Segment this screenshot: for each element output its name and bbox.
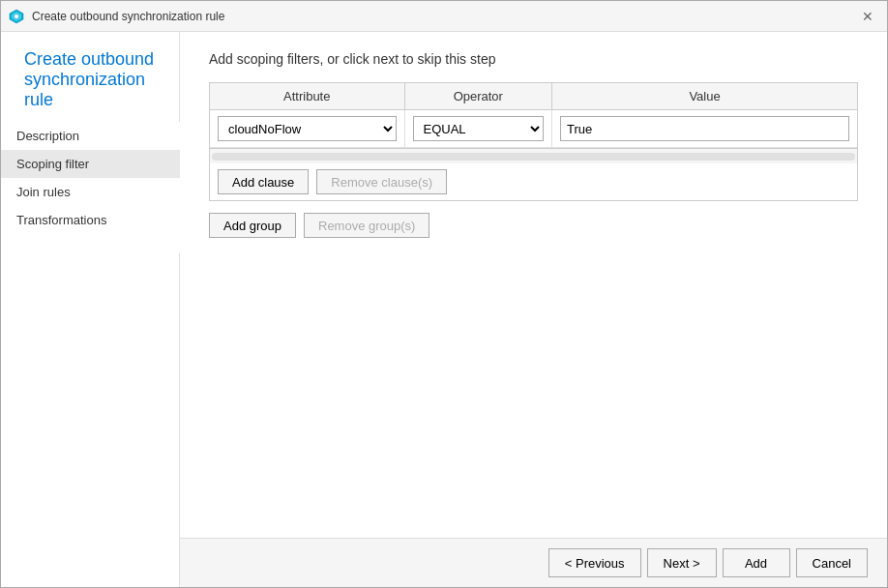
- remove-clause-button[interactable]: Remove clause(s): [316, 169, 447, 194]
- table-row: cloudNoFlow EQUAL: [210, 110, 857, 148]
- operator-select[interactable]: EQUAL: [413, 116, 545, 141]
- next-button[interactable]: Next >: [647, 548, 717, 577]
- content-area: Create outbound synchronization rule Des…: [1, 32, 887, 587]
- title-bar: Create outbound synchronization rule ✕: [1, 1, 887, 32]
- footer: < Previous Next > Add Cancel: [180, 538, 887, 587]
- group-buttons: Add group Remove group(s): [209, 213, 858, 238]
- cancel-button[interactable]: Cancel: [796, 548, 868, 577]
- title-bar-left: Create outbound synchronization rule: [9, 9, 224, 24]
- sidebar-item-join-rules[interactable]: Join rules: [1, 178, 180, 206]
- col-operator: Operator: [404, 83, 552, 110]
- sidebar: Description Scoping filter Join rules Tr…: [1, 122, 180, 253]
- main-instruction: Add scoping filters, or click next to sk…: [209, 51, 858, 67]
- value-input[interactable]: [560, 116, 849, 141]
- main-content: Add scoping filters, or click next to sk…: [180, 32, 887, 587]
- sidebar-item-transformations[interactable]: Transformations: [1, 206, 180, 234]
- attribute-cell[interactable]: cloudNoFlow: [210, 110, 404, 148]
- col-value: Value: [552, 83, 857, 110]
- add-clause-button[interactable]: Add clause: [218, 169, 309, 194]
- scrollbar-track: [212, 153, 855, 161]
- clause-buttons: Add clause Remove clause(s): [210, 163, 857, 200]
- page-header: Create outbound synchronization rule: [1, 32, 179, 122]
- previous-button[interactable]: < Previous: [548, 548, 641, 577]
- main-window: Create outbound synchronization rule ✕ C…: [0, 0, 888, 588]
- col-attribute: Attribute: [210, 83, 404, 110]
- sidebar-item-scoping-filter[interactable]: Scoping filter: [1, 150, 180, 178]
- operator-cell[interactable]: EQUAL: [404, 110, 552, 148]
- attribute-select[interactable]: cloudNoFlow: [218, 116, 397, 141]
- value-cell[interactable]: [552, 110, 857, 148]
- add-group-button[interactable]: Add group: [209, 213, 296, 238]
- app-icon: [9, 9, 24, 24]
- close-button[interactable]: ✕: [856, 5, 879, 28]
- filter-group: Attribute Operator Value cloudNoFlow: [209, 82, 858, 201]
- window-title: Create outbound synchronization rule: [32, 10, 224, 23]
- sidebar-item-description[interactable]: Description: [1, 122, 180, 150]
- remove-group-button[interactable]: Remove group(s): [304, 213, 429, 238]
- svg-point-2: [15, 15, 18, 18]
- add-button[interactable]: Add: [723, 548, 790, 577]
- filter-table: Attribute Operator Value cloudNoFlow: [210, 83, 857, 148]
- main-inner: Add scoping filters, or click next to sk…: [180, 32, 887, 538]
- horizontal-scrollbar[interactable]: [210, 148, 857, 163]
- page-title: Create outbound synchronization rule: [24, 49, 156, 110]
